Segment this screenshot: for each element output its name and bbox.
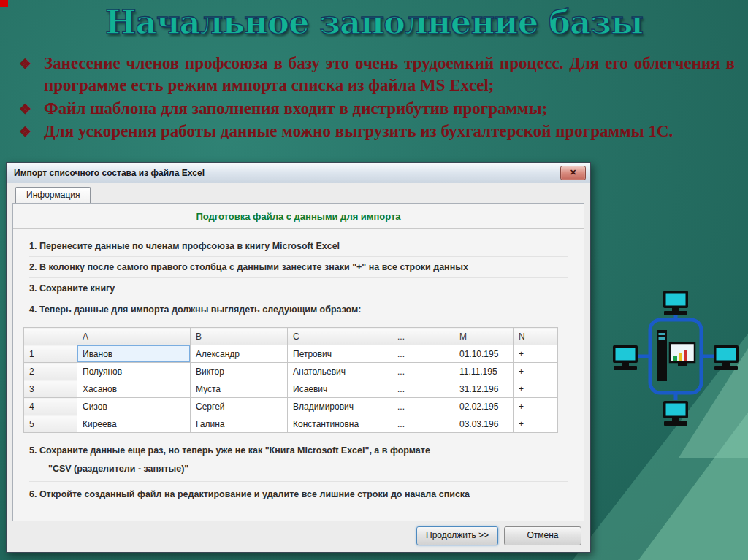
computer-icon-top	[663, 291, 688, 315]
table-cell: Петрович	[288, 345, 392, 363]
table-row: 5 Киреева Галина Константиновна ... 03.0…	[24, 415, 558, 433]
table-row: 4 Сизов Сергей Владимирович ... 02.02.19…	[24, 398, 558, 415]
diamond-bullet-icon: ❖	[19, 98, 44, 120]
row-number-cell: 2	[24, 363, 77, 380]
table-cell: ...	[392, 398, 454, 415]
table-cell: +	[514, 380, 558, 398]
row-number-cell: 1	[24, 345, 77, 363]
table-cell: Виктор	[191, 363, 288, 380]
row-number-cell: 3	[24, 380, 77, 398]
table-row: 2 Полуянов Виктор Анатольевич ... 11.11.…	[24, 363, 558, 380]
bullet-item: ❖ Файл шаблона для заполнения входит в д…	[19, 98, 735, 120]
computer-icon-right	[714, 345, 739, 370]
info-panel: Подготовка файла с данными для импорта 1…	[12, 203, 584, 521]
table-cell: 11.11.195	[454, 363, 514, 380]
table-cell: 31.12.196	[454, 380, 514, 398]
continue-button[interactable]: Продолжить >>	[416, 526, 498, 545]
bullet-list: ❖ Занесение членов профсоюза в базу это …	[19, 53, 735, 143]
step-2: 2. В колонку после самого правого столбц…	[29, 257, 568, 278]
table-cell: Галина	[191, 415, 288, 433]
column-header: A	[77, 328, 191, 345]
column-header: ...	[392, 328, 454, 345]
table-cell: Киреева	[77, 415, 191, 433]
row-number-cell: 5	[24, 415, 77, 433]
dialog-title: Импорт списочного состава из файла Excel	[14, 168, 560, 178]
table-cell: +	[514, 345, 558, 363]
column-header	[24, 328, 77, 345]
table-cell: 02.02.195	[454, 398, 514, 415]
table-cell: +	[514, 415, 558, 433]
server-icon	[657, 330, 695, 381]
example-table: A B C ... M N 1 Иванов Александр	[23, 327, 558, 433]
slide-background: Начальное заполнение базы ❖ Занесение чл…	[0, 0, 748, 560]
table-row: 3 Хасанов Муста Исаевич ... 31.12.196 +	[24, 380, 558, 398]
table-cell: Хасанов	[77, 380, 191, 398]
table-cell: Владимирович	[288, 398, 392, 415]
computer-icon-left	[613, 345, 638, 370]
table-cell: Анатольевич	[288, 363, 392, 380]
table-cell: Александр	[191, 345, 288, 363]
bullet-text: Занесение членов профсоюза в базу это оч…	[44, 53, 735, 97]
table-cell: ...	[392, 363, 454, 380]
step-5: 5. Сохраните данные еще раз, но теперь у…	[29, 440, 568, 461]
slide-title: Начальное заполнение базы	[0, 3, 748, 42]
network-diagram	[611, 286, 741, 431]
steps-list-bottom: 5. Сохраните данные еще раз, но теперь у…	[13, 433, 584, 505]
network-clipart-svg	[611, 286, 741, 431]
dialog-buttons: Продолжить >> Отмена	[416, 526, 581, 545]
cancel-button[interactable]: Отмена	[504, 526, 581, 545]
bullet-item: ❖ Для ускорения работы данные можно выгр…	[19, 120, 735, 142]
table-cell: +	[514, 398, 558, 415]
table-cell: ...	[392, 345, 454, 363]
table-cell: ...	[392, 380, 454, 398]
column-header: N	[514, 328, 558, 345]
import-dialog: Импорт списочного состава из файла Excel…	[6, 162, 591, 553]
step-1: 1. Перенесите данные по членам профсоюза…	[29, 236, 568, 257]
panel-heading: Подготовка файла с данными для импорта	[13, 211, 584, 222]
step-5-format: "CSV (разделители - запятые)"	[29, 461, 568, 482]
table-cell: 01.10.195	[454, 345, 514, 363]
table-cell-active: Иванов	[77, 345, 191, 363]
step-6: 6. Откройте созданный файл на редактиров…	[29, 482, 568, 505]
computer-icon-bottom	[663, 401, 688, 426]
bullet-text: Файл шаблона для заполнения входит в дис…	[44, 98, 735, 120]
column-header: C	[288, 328, 392, 345]
diamond-bullet-icon: ❖	[19, 120, 44, 142]
column-header: B	[191, 328, 288, 345]
step-3: 3. Сохраните книгу	[29, 278, 568, 299]
table-cell: Муста	[191, 380, 288, 398]
table-cell: Сергей	[191, 398, 288, 415]
bullet-text: Для ускорения работы данные можно выгруз…	[44, 120, 735, 142]
dialog-client-area: Информация Подготовка файла с данными дл…	[7, 183, 590, 552]
dialog-titlebar[interactable]: Импорт списочного состава из файла Excel…	[7, 163, 590, 183]
step-4: 4. Теперь данные для импорта должны выгл…	[29, 299, 568, 320]
table-cell: Сизов	[77, 398, 191, 415]
steps-list: 1. Перенесите данные по членам профсоюза…	[13, 229, 584, 320]
table-cell: 03.03.196	[454, 415, 514, 433]
row-number-cell: 4	[24, 398, 77, 415]
table-cell: Полуянов	[77, 363, 191, 380]
diamond-bullet-icon: ❖	[19, 53, 44, 97]
table-row: 1 Иванов Александр Петрович ... 01.10.19…	[24, 345, 558, 363]
tab-information[interactable]: Информация	[15, 187, 91, 203]
column-header: M	[454, 328, 514, 345]
table-cell: Константиновна	[288, 415, 392, 433]
close-icon[interactable]: ✕	[560, 166, 586, 180]
table-cell: +	[514, 363, 558, 380]
table-cell: Исаевич	[288, 380, 392, 398]
table-cell: ...	[392, 415, 454, 433]
table-header-row: A B C ... M N	[24, 328, 558, 345]
bullet-item: ❖ Занесение членов профсоюза в базу это …	[19, 53, 735, 97]
